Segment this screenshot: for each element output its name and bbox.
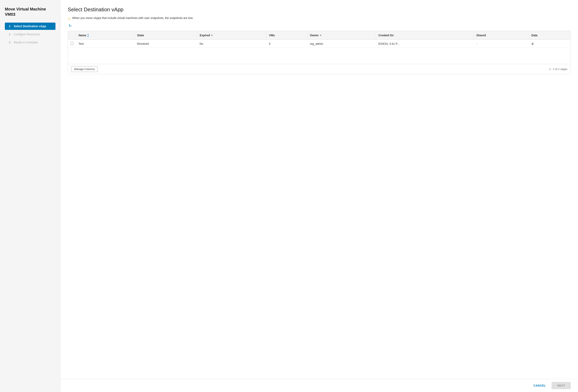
step-number-3: 3 — [8, 41, 12, 44]
th-expired-label: Expired — [200, 34, 210, 37]
page-title: Select Destination vApp — [68, 6, 571, 13]
warning-text: When you move vApps that include virtual… — [72, 16, 193, 20]
th-expired: Expired ▼ — [197, 31, 267, 40]
step-label-2: Configure Resources — [14, 33, 40, 36]
table-header-row: Name ▲ ▼ State — [68, 31, 571, 40]
step-label-3: Ready to Complete — [14, 41, 38, 44]
th-vms: VMs — [266, 31, 307, 40]
sidebar-step-3: 3 Ready to Complete — [5, 39, 55, 46]
refresh-icon: ↻ — [69, 24, 72, 28]
empty-row — [68, 48, 571, 64]
warning-banner: ⚠ When you move vApps that include virtu… — [68, 16, 571, 20]
sidebar-steps: 1 Select Destination vApp 2 Configure Re… — [5, 23, 55, 46]
th-name: Name ▲ ▼ — [76, 31, 135, 40]
th-state-label: State — [137, 34, 144, 37]
bottom-bar: CANCEL NEXT — [60, 379, 578, 392]
table-container: Name ▲ ▼ State — [68, 31, 571, 74]
cancel-button[interactable]: CANCEL — [530, 382, 549, 389]
data-table: Name ▲ ▼ State — [68, 31, 571, 64]
sidebar-title: Move Virtual Machine VM03 — [5, 6, 55, 17]
refresh-button[interactable]: ↻ — [68, 23, 571, 29]
th-expired-filter-icon[interactable]: ▼ — [211, 34, 213, 37]
document-icon: 🗎 — [531, 42, 534, 45]
row-owner: org_admin — [307, 40, 376, 48]
row-radio-input[interactable] — [70, 42, 74, 45]
th-shared-label: Shared — [476, 34, 486, 37]
step-label-1: Select Destination vApp — [14, 25, 46, 28]
row-vms: 0 — [266, 40, 307, 48]
step-number-2: 2 — [8, 33, 12, 36]
th-owner: Owner ▼ — [307, 31, 376, 40]
main-content: Select Destination vApp ⚠ When you move … — [60, 0, 578, 379]
row-shared: - — [474, 40, 529, 48]
th-data: Data — [529, 31, 571, 40]
pagination-text: 1 - 1 of 1 vapps — [549, 68, 567, 71]
row-data: 🗎 — [529, 40, 571, 48]
row-expired: No — [197, 40, 267, 48]
th-radio — [68, 31, 76, 40]
th-created-on-label: Created On — [378, 34, 393, 37]
manage-columns-button[interactable]: Manage Columns — [71, 66, 98, 72]
th-state: State — [135, 31, 197, 40]
th-vms-label: VMs — [269, 34, 275, 37]
th-owner-filter-icon[interactable]: ▼ — [319, 34, 322, 37]
th-created-on: Created On — [376, 31, 474, 40]
warning-icon: ⚠ — [68, 16, 71, 20]
table-row[interactable]: Test Resolved No 0 org_admin 5/29/24, 3:… — [68, 40, 571, 48]
next-button[interactable]: NEXT — [552, 382, 571, 389]
th-data-label: Data — [531, 34, 537, 37]
th-name-sort[interactable]: ▲ ▼ — [87, 33, 89, 38]
table-footer: Manage Columns 1 - 1 of 1 vapps — [68, 64, 571, 74]
th-owner-label: Owner — [310, 34, 319, 37]
row-state: Resolved — [135, 40, 197, 48]
sidebar-step-1[interactable]: 1 Select Destination vApp — [5, 23, 55, 30]
sidebar-step-2: 2 Configure Resources — [5, 31, 55, 38]
th-shared: Shared — [474, 31, 529, 40]
row-created-on: 5/29/24, 3:41 P... — [376, 40, 474, 48]
step-number-1: 1 — [8, 25, 12, 28]
row-radio-cell[interactable] — [68, 40, 76, 48]
sort-desc-icon: ▼ — [87, 35, 89, 38]
sidebar: Move Virtual Machine VM03 1 Select Desti… — [0, 0, 60, 392]
row-name: Test — [76, 40, 135, 48]
th-name-label: Name — [79, 34, 86, 37]
sort-asc-icon: ▲ — [87, 33, 89, 35]
